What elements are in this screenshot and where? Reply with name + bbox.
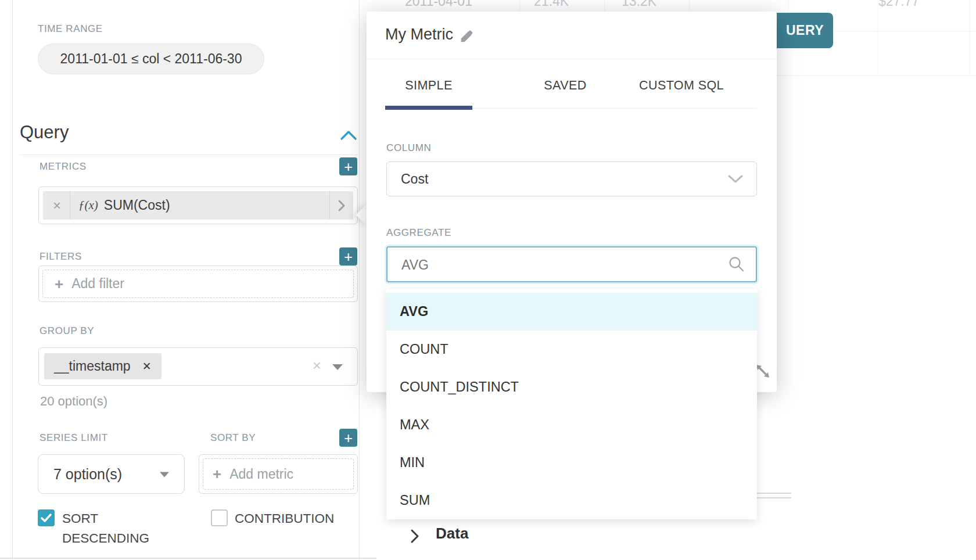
contribution-checkbox[interactable]: [211, 509, 228, 526]
time-range-label: TIME RANGE: [38, 23, 103, 35]
bg-grid-line: [689, 0, 690, 12]
query-section-title: Query: [20, 122, 69, 143]
panel-left-edge: [12, 0, 13, 560]
add-metric-plus-button[interactable]: +: [339, 157, 357, 175]
contribution-label: CONTRIBUTION: [235, 511, 334, 526]
add-filter-plus-button[interactable]: +: [339, 247, 357, 265]
add-sort-by-plus-button[interactable]: +: [339, 429, 357, 447]
chevron-up-icon[interactable]: [339, 129, 358, 142]
run-query-visible-label: UERY: [786, 23, 824, 38]
pill-separator: [329, 191, 330, 220]
aggregate-label: AGGREGATE: [386, 227, 451, 239]
column-label: COLUMN: [386, 142, 431, 154]
add-filter-dropzone[interactable]: + Add filter: [38, 265, 358, 302]
option-sum[interactable]: SUM: [386, 482, 757, 519]
pane-splitter-line: [755, 493, 791, 494]
tab-custom-sql[interactable]: CUSTOM SQL: [623, 78, 740, 93]
chevron-down-icon: [727, 174, 744, 184]
remove-tag-icon[interactable]: ✕: [142, 360, 152, 373]
bg-table-cell-date: 2011-04-01: [405, 0, 472, 9]
plus-icon: +: [213, 466, 221, 482]
sort-descending-label: SORT DESCENDING: [62, 509, 161, 548]
pane-splitter-line: [755, 497, 791, 498]
search-icon: [728, 256, 745, 273]
group-by-label: GROUP BY: [40, 325, 94, 337]
column-select[interactable]: Cost: [386, 161, 757, 196]
group-by-options-hint: 20 option(s): [40, 394, 107, 409]
aggregate-options-dropdown: AVG COUNT COUNT_DISTINCT MAX MIN SUM: [386, 289, 757, 519]
time-range-pill[interactable]: 2011-01-01 ≤ col < 2011-06-30: [38, 44, 264, 74]
query-section-divider: [20, 155, 358, 155]
chevron-right-icon: [410, 529, 419, 544]
series-limit-select[interactable]: 7 option(s): [38, 454, 185, 494]
active-tab-underline: [385, 106, 472, 110]
remove-metric-icon[interactable]: ×: [53, 199, 61, 213]
option-min[interactable]: MIN: [386, 444, 757, 482]
edit-pencil-icon[interactable]: [458, 28, 475, 45]
function-icon: ƒ(x): [78, 198, 98, 213]
metric-name: SUM(Cost): [104, 198, 170, 213]
metrics-container: × ƒ(x) SUM(Cost): [38, 186, 358, 224]
clear-select-icon[interactable]: ×: [313, 357, 321, 375]
sort-descending-checkbox[interactable]: [38, 509, 55, 526]
resize-diagonal-arrows-icon[interactable]: [755, 363, 771, 379]
option-max[interactable]: MAX: [386, 406, 757, 444]
popover-title: My Metric: [385, 26, 453, 44]
filters-label: FILTERS: [40, 251, 82, 263]
popover-header-divider: [367, 59, 777, 59]
metrics-label: METRICS: [40, 161, 87, 173]
group-by-tag[interactable]: __timestamp ✕: [44, 353, 162, 379]
bg-grid-line: [604, 0, 605, 12]
bg-grid-line: [777, 76, 976, 76]
column-select-value: Cost: [401, 171, 428, 187]
option-count[interactable]: COUNT: [386, 331, 757, 368]
option-count-distinct[interactable]: COUNT_DISTINCT: [386, 368, 757, 406]
plus-icon: +: [55, 277, 63, 292]
metric-pill[interactable]: × ƒ(x) SUM(Cost): [43, 191, 353, 220]
explore-view: 2011-04-01 21.4K 13.2K $27.77 UERY Data …: [0, 0, 976, 560]
data-panel-title: Data: [436, 525, 468, 543]
bg-table-cell-value2: 13.2K: [622, 0, 656, 9]
add-sort-metric-dropzone[interactable]: + Add metric: [199, 454, 358, 494]
panel-bottom-divider: [0, 558, 376, 559]
tab-simple[interactable]: SIMPLE: [385, 78, 472, 93]
data-panel-header[interactable]: Data: [383, 520, 976, 560]
bg-table-cell-price: $27.77: [878, 0, 919, 9]
bg-grid-line: [519, 0, 520, 12]
bg-table-cell-value1: 21.4K: [534, 0, 569, 9]
bg-grid-line: [877, 0, 878, 76]
pill-separator: [70, 191, 70, 220]
checkmark-icon: [41, 514, 52, 522]
add-sort-metric-label: Add metric: [229, 466, 293, 482]
caret-down-icon: [160, 472, 169, 477]
aggregate-search-input[interactable]: [400, 247, 728, 282]
group-by-tag-label: __timestamp: [54, 358, 131, 374]
tab-saved[interactable]: SAVED: [513, 78, 618, 93]
option-avg[interactable]: AVG: [386, 293, 757, 331]
aggregate-field: [386, 246, 757, 282]
add-filter-label: Add filter: [71, 276, 124, 292]
group-by-select[interactable]: __timestamp ✕ ×: [38, 347, 358, 386]
sort-by-label: SORT BY: [210, 432, 256, 444]
caret-down-icon[interactable]: [332, 364, 343, 370]
bg-grid-line: [970, 0, 970, 76]
time-range-value: 2011-01-01 ≤ col < 2011-06-30: [60, 51, 242, 67]
panel-divider: [359, 0, 360, 560]
metric-expand-chevron-icon[interactable]: [338, 199, 346, 212]
series-limit-label: SERIES LIMIT: [40, 432, 108, 444]
series-limit-value: 7 option(s): [53, 466, 122, 483]
